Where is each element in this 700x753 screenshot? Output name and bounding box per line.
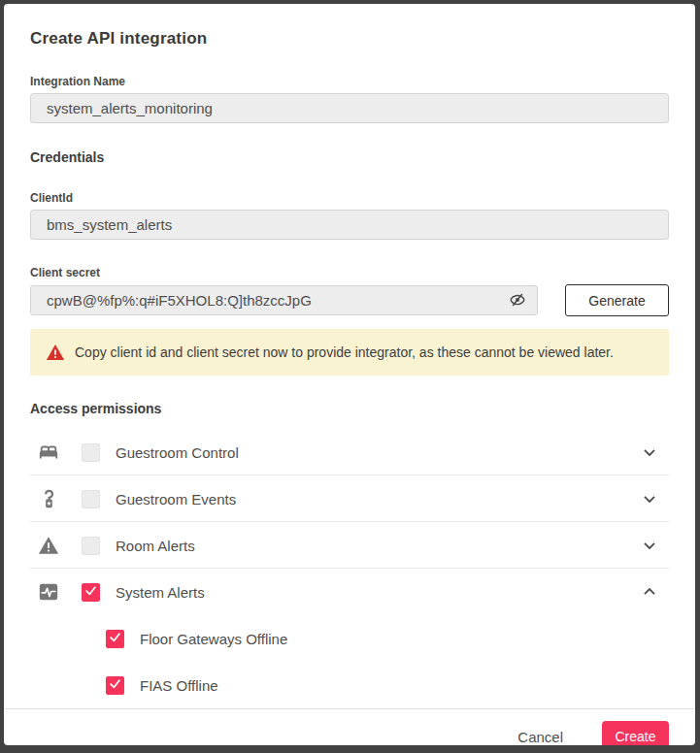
- client-secret-label: Client secret: [30, 266, 669, 279]
- system-alerts-checkbox[interactable]: [82, 583, 100, 602]
- permission-label: Guestroom Control: [116, 444, 239, 461]
- permission-child-row-floor-gateways-offline[interactable]: Floor Gateways Offline: [30, 615, 669, 662]
- dialog-footer: Cancel Create: [4, 708, 695, 745]
- cancel-button[interactable]: Cancel: [508, 723, 573, 746]
- permission-label: Guestroom Events: [116, 491, 236, 507]
- pulse-icon: [38, 581, 59, 603]
- client-secret-row: Generate: [30, 284, 669, 316]
- chevron-up-icon[interactable]: [640, 582, 659, 602]
- room-alerts-checkbox[interactable]: [82, 537, 100, 555]
- warning-triangle-icon: [38, 535, 59, 556]
- permission-label: System Alerts: [116, 584, 205, 601]
- permissions-list: Guestroom Control Guestroom Events: [30, 429, 669, 708]
- eye-off-icon: [508, 290, 527, 312]
- access-permissions-heading: Access permissions: [30, 401, 669, 416]
- chevron-down-icon[interactable]: [640, 536, 659, 555]
- permission-row-guestroom-control[interactable]: Guestroom Control: [30, 429, 669, 475]
- toggle-secret-visibility-button[interactable]: [507, 290, 528, 311]
- guestroom-events-checkbox[interactable]: [82, 490, 100, 508]
- permission-row-room-alerts[interactable]: Room Alerts: [30, 522, 669, 569]
- create-button[interactable]: Create: [602, 721, 669, 746]
- check-icon: [109, 630, 121, 647]
- fias-offline-checkbox[interactable]: [106, 676, 124, 695]
- warning-text: Copy client id and client secret now to …: [75, 344, 614, 360]
- guestroom-control-checkbox[interactable]: [82, 443, 100, 462]
- permission-row-system-alerts[interactable]: System Alerts: [30, 569, 669, 615]
- generate-button[interactable]: Generate: [565, 284, 669, 316]
- permission-label: Floor Gateways Offline: [140, 631, 287, 647]
- alert-triangle-icon: [46, 343, 65, 362]
- permission-label: FIAS Offline: [140, 677, 218, 694]
- create-api-integration-dialog: Create API integration Integration Name …: [4, 4, 695, 745]
- client-id-input[interactable]: [30, 210, 669, 240]
- dialog-content: Create API integration Integration Name …: [4, 4, 695, 708]
- client-secret-input[interactable]: [30, 285, 538, 315]
- integration-name-input[interactable]: [30, 93, 669, 123]
- door-hanger-icon: [38, 488, 59, 509]
- permission-label: Room Alerts: [116, 538, 195, 554]
- chevron-down-icon[interactable]: [640, 489, 659, 508]
- client-id-label: ClientId: [30, 191, 669, 205]
- warning-banner: Copy client id and client secret now to …: [30, 329, 669, 376]
- check-icon: [84, 583, 97, 601]
- client-secret-field-wrap: [30, 285, 538, 315]
- integration-name-label: Integration Name: [30, 75, 669, 88]
- floor-gateways-offline-checkbox[interactable]: [106, 630, 124, 648]
- permission-child-row-fias-offline[interactable]: FIAS Offline: [30, 662, 669, 708]
- permission-row-guestroom-events[interactable]: Guestroom Events: [30, 475, 669, 522]
- credentials-heading: Credentials: [30, 149, 669, 165]
- check-icon: [109, 676, 121, 694]
- bed-icon: [38, 442, 59, 463]
- chevron-down-icon[interactable]: [640, 442, 659, 462]
- page-title: Create API integration: [30, 29, 669, 49]
